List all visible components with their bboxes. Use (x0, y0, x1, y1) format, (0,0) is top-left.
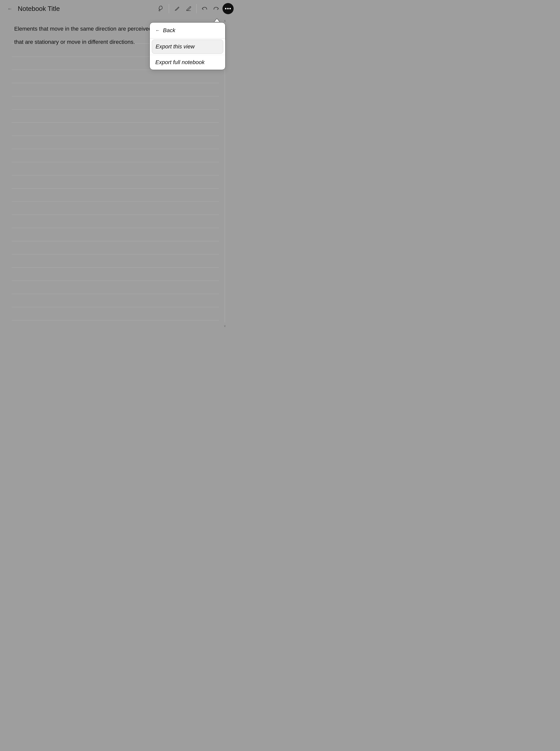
lasso-button[interactable] (156, 3, 166, 14)
notebook-line (12, 268, 219, 281)
chevron-up-icon: ∧ (224, 19, 226, 23)
chevron-down-icon: ∨ (224, 324, 226, 328)
export-notebook-label: Export full notebook (155, 59, 204, 65)
dropdown-pointer-inner (214, 19, 219, 22)
back-icon: ← (155, 28, 160, 33)
notebook-line (12, 162, 219, 175)
notebook-line (12, 241, 219, 255)
notebook-line (12, 175, 219, 189)
notebook-line (12, 215, 219, 228)
redo-button[interactable] (211, 3, 221, 14)
notebook-line (12, 189, 219, 202)
notebook-line (12, 136, 219, 149)
back-arrow-icon: ← (7, 6, 13, 12)
divider-2 (196, 4, 197, 13)
redo-icon (213, 5, 219, 12)
pen-button[interactable] (172, 3, 182, 14)
notebook-line (12, 83, 219, 96)
notebook-line (12, 281, 219, 294)
dropdown-menu: ← Back Export this view Export full note… (149, 22, 225, 70)
notebook-line (12, 149, 219, 162)
pen-icon (174, 5, 180, 12)
lasso-icon (158, 5, 164, 12)
notebook-line (12, 110, 219, 123)
divider-1 (169, 4, 169, 13)
back-button[interactable]: ← (4, 3, 15, 14)
scroll-down-button[interactable]: ∨ (223, 322, 226, 330)
back-label: Back (163, 27, 175, 34)
notebook-line (12, 70, 219, 83)
more-dots-icon: ••• (225, 5, 231, 12)
export-view-button[interactable]: Export this view (152, 40, 223, 54)
notebook-line (12, 294, 219, 307)
header: ← Notebook Title (0, 0, 238, 17)
undo-button[interactable] (199, 3, 210, 14)
scroll-track[interactable] (224, 24, 225, 322)
notebook-line (12, 96, 219, 110)
notebook-line (12, 228, 219, 241)
export-notebook-button[interactable]: Export full notebook (150, 55, 225, 70)
notebook-line (12, 307, 219, 320)
eraser-button[interactable] (183, 3, 194, 14)
more-options-button[interactable]: ••• (222, 3, 234, 14)
eraser-icon (185, 5, 192, 12)
export-view-label: Export this view (156, 43, 195, 50)
notebook-line (12, 202, 219, 215)
notebook-line (12, 123, 219, 136)
toolbar: ••• (156, 3, 234, 14)
header-left: ← Notebook Title (4, 3, 156, 14)
back-menu-item[interactable]: ← Back (150, 23, 225, 39)
page-title: Notebook Title (18, 5, 60, 13)
undo-icon (201, 5, 207, 12)
notebook-line (12, 255, 219, 268)
